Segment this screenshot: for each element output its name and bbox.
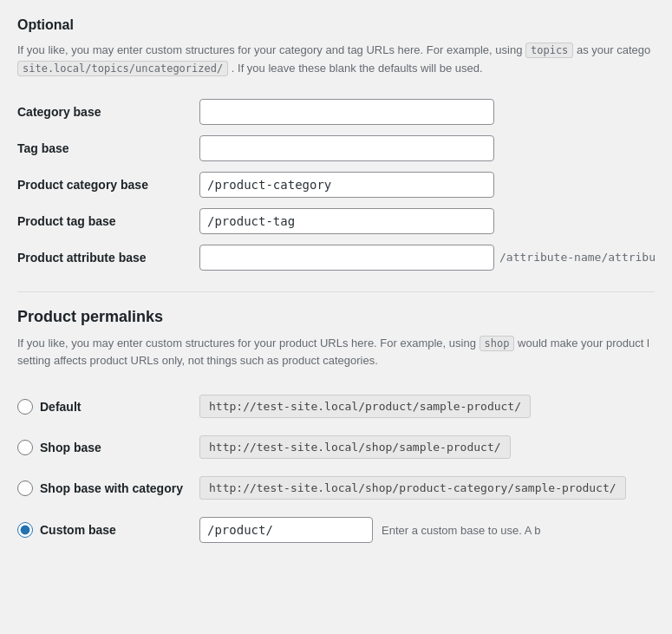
shop-base-url: http://test-site.local/shop/sample-produ… (199, 435, 511, 459)
permalinks-heading: Product permalinks (17, 308, 655, 326)
tag-base-input[interactable] (199, 135, 494, 161)
product-category-base-label: Product category base (17, 178, 199, 192)
product-attribute-base-input[interactable] (199, 245, 494, 271)
product-attribute-base-label: Product attribute base (17, 251, 199, 265)
shop-base-label-text: Shop base (40, 441, 101, 454)
topics-code: topics (525, 42, 573, 58)
category-base-input[interactable] (199, 99, 494, 125)
product-category-base-content (199, 172, 655, 198)
custom-base-input[interactable] (199, 517, 373, 543)
tag-base-content (199, 135, 655, 161)
custom-base-hint: Enter a custom base to use. A b (382, 524, 541, 537)
permalinks-description: If you like, you may enter custom struct… (17, 335, 655, 371)
category-base-row: Category base (17, 94, 655, 130)
custom-base-option-row: Custom base Enter a custom base to use. … (17, 508, 655, 552)
custom-base-radio[interactable] (17, 522, 33, 538)
shop-base-category-label[interactable]: Shop base with category (17, 480, 199, 496)
product-category-base-row: Product category base (17, 167, 655, 203)
default-label[interactable]: Default (17, 399, 199, 415)
product-attribute-base-row: Product attribute base /attribute-name/a… (17, 239, 655, 276)
default-url: http://test-site.local/product/sample-pr… (199, 395, 531, 418)
optional-heading: Optional (17, 17, 655, 33)
default-label-text: Default (40, 400, 81, 414)
shop-code: shop (480, 336, 515, 351)
custom-base-controls: Enter a custom base to use. A b (199, 517, 541, 543)
shop-base-category-label-text: Shop base with category (40, 481, 183, 495)
section-divider (17, 291, 655, 292)
optional-description: If you like, you may enter custom struct… (17, 42, 655, 78)
product-tag-base-content (199, 208, 655, 234)
product-tag-base-input[interactable] (199, 208, 494, 234)
category-base-content (199, 99, 655, 125)
category-base-label: Category base (17, 105, 199, 119)
product-tag-base-label: Product tag base (17, 214, 199, 228)
default-option-row: Default http://test-site.local/product/s… (17, 386, 655, 427)
optional-fields-container: Category base Tag base Product category … (17, 94, 655, 276)
tag-base-row: Tag base (17, 130, 655, 167)
shop-base-category-url: http://test-site.local/shop/product-cate… (199, 476, 626, 500)
default-radio[interactable] (17, 399, 33, 415)
shop-base-label[interactable]: Shop base (17, 440, 199, 455)
shop-base-category-radio[interactable] (17, 480, 33, 496)
product-tag-base-row: Product tag base (17, 203, 655, 239)
shop-base-radio[interactable] (17, 440, 33, 455)
custom-base-label[interactable]: Custom base (17, 522, 199, 538)
shop-base-category-option-row: Shop base with category http://test-site… (17, 467, 655, 508)
tag-base-label: Tag base (17, 141, 199, 155)
product-attribute-base-content: /attribute-name/attribu (199, 245, 656, 271)
site-local-code: site.local/topics/uncategorized/ (17, 61, 228, 76)
shop-base-option-row: Shop base http://test-site.local/shop/sa… (17, 427, 655, 467)
permalink-options: Default http://test-site.local/product/s… (17, 386, 655, 552)
custom-base-label-text: Custom base (40, 523, 116, 537)
attribute-suffix: /attribute-name/attribu (499, 251, 656, 264)
product-category-base-input[interactable] (199, 172, 494, 198)
